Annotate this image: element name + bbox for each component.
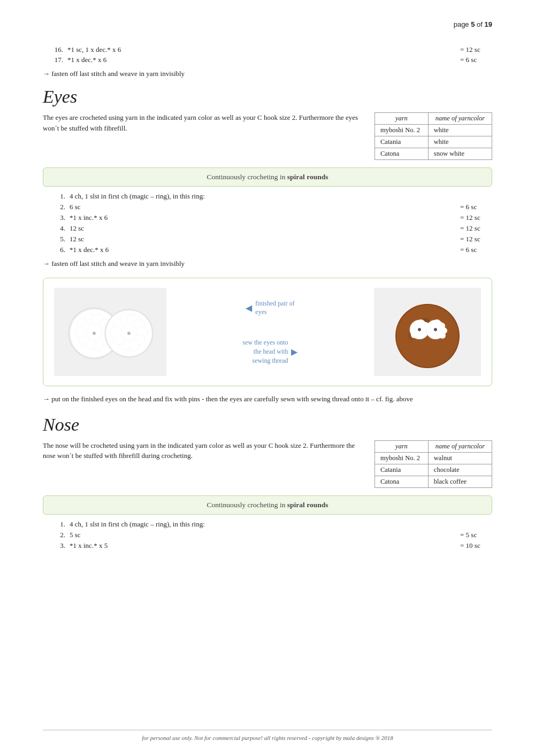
instruction-result-17: = 6 sc [428, 56, 492, 64]
eyes-step-text-1: 4 ch, 1 slst in first ch (magic – ring),… [70, 192, 439, 201]
nose-intro-text: The nose will be crocheted using yarn in… [43, 440, 364, 488]
eyes-yarn-table: yarn name of yarncolor myboshi No. 2 whi… [374, 112, 492, 160]
nose-step-3: 3. *1 x inc.* x 5 = 10 sc [54, 541, 492, 550]
instruction-num-17: 17. [43, 56, 63, 64]
page: page 5 of 19 16. *1 sc, 1 x dec.* x 6 = … [0, 0, 535, 756]
eyes-step-3: 3. *1 x inc.* x 6 = 12 sc [54, 213, 492, 222]
eyes-image-box: ◀ finished pair ofeyes sew the eyes onto… [43, 278, 492, 386]
eyes-step-num-4: 4. [54, 224, 65, 233]
eyes-step-6: 6. *1 x dec.* x 6 = 6 sc [54, 246, 492, 254]
nose-step-num-2: 2. [54, 531, 65, 539]
nose-yarncolor-col-header: name of yarncolor [428, 440, 492, 452]
nose-step-num-3: 3. [54, 541, 65, 550]
put-on-text: → put on the finished eyes on the head a… [43, 394, 492, 405]
eyes-yarn-name-1: Catania [375, 136, 429, 148]
eyes-step-result-2: = 6 sc [439, 203, 492, 211]
nose-step-2: 2. 5 sc = 5 sc [54, 531, 492, 539]
nose-step-result-3: = 10 sc [439, 541, 492, 550]
eyes-yarn-row-2: Catona snow white [375, 148, 492, 160]
eyes-steps: 1. 4 ch, 1 slst in first ch (magic – rin… [54, 192, 492, 254]
eyes-step-num-6: 6. [54, 246, 65, 254]
eyes-step-num-3: 3. [54, 213, 65, 222]
nose-section: Nose The nose will be crocheted using ya… [43, 415, 492, 550]
nose-spiral-bold: spiral rounds [287, 501, 328, 509]
eyes-step-text-3: *1 x inc.* x 6 [70, 213, 439, 222]
eyes-yarn-row-0: myboshi No. 2 white [375, 125, 492, 136]
instruction-num-16: 16. [43, 45, 63, 54]
eyes-step-result-4: = 12 sc [439, 224, 492, 233]
instruction-result-16: = 12 sc [428, 45, 492, 54]
nose-step-text-1: 4 ch, 1 slst in first ch (magic – ring),… [70, 520, 439, 529]
eyes-left-svg [54, 288, 166, 376]
svg-point-26 [127, 332, 131, 335]
eyes-step-text-4: 12 sc [70, 224, 439, 233]
svg-point-12 [75, 326, 87, 338]
nose-yarn-name-2: Catona [375, 476, 429, 487]
page-number: page 5 of 19 [454, 20, 492, 28]
header-instructions: 16. *1 sc, 1 x dec.* x 6 = 12 sc 17. *1 … [43, 45, 492, 64]
eyes-annotation-container: ◀ finished pair ofeyes sew the eyes onto… [217, 288, 324, 376]
eyes-yarncolor-col-header: name of yarncolor [428, 113, 492, 125]
svg-point-48 [434, 328, 437, 331]
eyes-yarn-color-1: white [428, 136, 492, 148]
eyes-step-text-5: 12 sc [70, 235, 439, 243]
eyes-step-result-5: = 12 sc [439, 235, 492, 243]
arrow-right-icon: ▶ [291, 347, 297, 357]
eyes-yarn-color-0: white [428, 125, 492, 136]
nose-yarn-name-0: myboshi No. 2 [375, 452, 429, 464]
nose-step-text-2: 5 sc [70, 531, 439, 539]
eyes-yarn-row-1: Catania white [375, 136, 492, 148]
eyes-step-2: 2. 6 sc = 6 sc [54, 203, 492, 211]
nose-intro-area: The nose will be crocheted using yarn in… [43, 440, 492, 488]
svg-point-29 [396, 305, 458, 367]
nose-step-num-1: 1. [54, 520, 65, 529]
nose-yarn-row-0: myboshi No. 2 walnut [375, 452, 492, 464]
nose-steps: 1. 4 ch, 1 slst in first ch (magic – rin… [54, 520, 492, 550]
eyes-intro-text: The eyes are crocheted using yarn in the… [43, 112, 364, 160]
svg-point-25 [93, 332, 96, 335]
nose-yarn-name-1: Catania [375, 464, 429, 476]
eyes-yarn-name-2: Catona [375, 148, 429, 160]
annotation-sew-eyes: sew the eyes ontothe head withsewing thr… [243, 338, 298, 365]
svg-point-46 [439, 332, 446, 339]
nose-yarn-row-1: Catania chocolate [375, 464, 492, 476]
page-total-bold: 19 [485, 20, 492, 28]
nose-yarn-table: yarn name of yarncolor myboshi No. 2 wal… [374, 440, 492, 488]
instruction-text-17: *1 x dec.* x 6 [67, 56, 428, 64]
eyes-step-5: 5. 12 sc = 12 sc [54, 235, 492, 243]
eyes-step-result-3: = 12 sc [439, 213, 492, 222]
fasten-off-1: → fasten off last stitch and weave in ya… [43, 70, 492, 78]
eyes-step-text-2: 6 sc [70, 203, 439, 211]
eyes-right-svg [374, 288, 481, 376]
eyes-title: Eyes [43, 87, 492, 107]
sew-eyes-label: sew the eyes ontothe head withsewing thr… [243, 338, 288, 365]
eyes-step-4: 4. 12 sc = 12 sc [54, 224, 492, 233]
eyes-spiral-bold: spiral rounds [287, 173, 328, 181]
nose-step-text-3: *1 x inc.* x 5 [70, 541, 439, 550]
eyes-step-num-2: 2. [54, 203, 65, 211]
eyes-yarn-color-2: snow white [428, 148, 492, 160]
svg-point-41 [411, 332, 417, 338]
eyes-right-image [374, 288, 481, 376]
fasten-off-eyes: → fasten off last stitch and weave in ya… [43, 259, 492, 268]
nose-step-result-2: = 5 sc [439, 531, 492, 539]
eyes-section: Eyes The eyes are crocheted using yarn i… [43, 87, 492, 386]
nose-yarn-row-2: Catona black coffee [375, 476, 492, 487]
page-footer: for personal use only. Not for commercia… [43, 730, 492, 741]
eyes-yarn-name-0: myboshi No. 2 [375, 125, 429, 136]
instruction-line-17: 17. *1 x dec.* x 6 = 6 sc [43, 56, 492, 64]
eyes-step-num-5: 5. [54, 235, 65, 243]
nose-yarn-col-header: yarn [375, 440, 429, 452]
nose-yarn-color-2: black coffee [428, 476, 492, 487]
arrow-left-icon: ◀ [246, 303, 252, 313]
svg-point-47 [418, 328, 421, 331]
eyes-step-text-6: *1 x dec.* x 6 [70, 246, 439, 254]
eyes-step-1: 1. 4 ch, 1 slst in first ch (magic – rin… [54, 192, 492, 201]
instruction-line-16: 16. *1 sc, 1 x dec.* x 6 = 12 sc [43, 45, 492, 54]
svg-point-24 [110, 326, 121, 338]
nose-spiral-box: Continuously crocheting in spiral rounds [43, 495, 492, 515]
page-num-bold: 5 [471, 20, 475, 28]
annotation-finished-eyes: ◀ finished pair ofeyes [246, 299, 294, 317]
eyes-step-num-1: 1. [54, 192, 65, 201]
instruction-text-16: *1 sc, 1 x dec.* x 6 [67, 45, 428, 54]
